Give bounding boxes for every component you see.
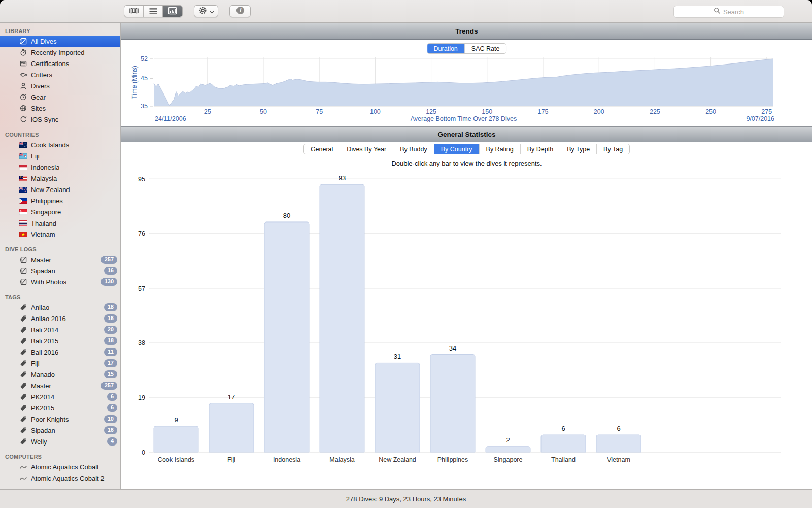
info-button[interactable]: i — [229, 5, 251, 17]
svg-text:19: 19 — [138, 394, 145, 401]
tab-by-rating[interactable]: By Rating — [480, 144, 521, 154]
sidebar-item-fiji[interactable]: Fiji17 — [0, 358, 120, 369]
sidebar-item-philippines[interactable]: Philippines — [0, 195, 120, 206]
sidebar-item-pk2015[interactable]: PK20156 — [0, 402, 120, 414]
bar-vietnam[interactable] — [596, 435, 641, 452]
sidebar-item-bali-2015[interactable]: Bali 201518 — [0, 335, 120, 346]
bar-value-thailand: 6 — [561, 425, 565, 432]
bar-new-zealand[interactable] — [375, 363, 420, 452]
item-label: Singapore — [31, 208, 61, 216]
sidebar: LIBRARYAll DivesRecently ImportedCertifi… — [0, 23, 121, 489]
sidebar-item-anilao[interactable]: Anilao18 — [0, 302, 120, 313]
tag-icon — [19, 359, 28, 367]
sidebar-item-divers[interactable]: Divers — [0, 80, 120, 91]
sidebar-item-master[interactable]: Master257 — [0, 380, 120, 391]
sidebar-item-atomic-aquatics-cobalt[interactable]: Atomic Aquatics Cobalt — [0, 461, 120, 472]
sidebar-item-cook-islands[interactable]: Cook Islands — [0, 139, 120, 150]
bar-category-new-zealand: New Zealand — [379, 456, 416, 463]
bar-thailand[interactable] — [541, 435, 586, 452]
thailand-flag-icon — [19, 219, 28, 227]
tab-general[interactable]: General — [304, 144, 340, 154]
count-badge: 6 — [107, 393, 117, 401]
bar-category-singapore: Singapore — [494, 456, 523, 463]
item-label: Bali 2016 — [31, 348, 58, 356]
tab-by-country[interactable]: By Country — [434, 144, 480, 154]
item-label: Fiji — [31, 152, 40, 160]
sidebar-item-master[interactable]: Master257 — [0, 254, 120, 265]
sidebar-item-vietnam[interactable]: Vietnam — [0, 229, 120, 240]
sidebar-item-sipadan[interactable]: Sipadan16 — [0, 425, 120, 436]
sidebar-item-atomic-aquatics-cobalt-2[interactable]: Atomic Aquatics Cobalt 2 — [0, 472, 120, 484]
sidebar-item-recently-imported[interactable]: Recently Imported — [0, 47, 120, 58]
bar-philippines[interactable] — [430, 355, 475, 453]
tab-by-type[interactable]: By Type — [560, 144, 597, 154]
tag-icon — [19, 415, 28, 423]
tab-by-tag[interactable]: By Tag — [597, 144, 629, 154]
bar-value-new-zealand: 31 — [394, 353, 401, 360]
item-label: Sipadan — [31, 427, 55, 434]
trend-area-chart: 354552Time (Mins)25507510012515017520022… — [121, 53, 812, 126]
sidebar-item-bali-2014[interactable]: Bali 201420 — [0, 324, 120, 335]
bar-indonesia[interactable] — [264, 222, 309, 452]
svg-text:100: 100 — [370, 108, 381, 115]
sidebar-item-gear[interactable]: Gear — [0, 91, 120, 103]
status-bar: 278 Dives: 9 Days, 23 Hours, 23 Minutes — [0, 489, 812, 508]
sidebar-item-sipadan[interactable]: Sipadan16 — [0, 265, 120, 276]
tag-icon — [19, 337, 28, 345]
card-icon — [19, 59, 28, 68]
tab-by-depth[interactable]: By Depth — [521, 144, 560, 154]
trend-y-axis-label: Time (Mins) — [131, 66, 138, 99]
trend-toggle-duration[interactable]: Duration — [427, 44, 465, 53]
bar-category-cook-islands: Cook Islands — [158, 456, 194, 463]
bar-category-malaysia: Malaysia — [329, 456, 354, 463]
tab-by-buddy[interactable]: By Buddy — [393, 144, 434, 154]
bar-value-cook-islands: 9 — [174, 416, 178, 424]
view-list-button[interactable] — [144, 6, 163, 17]
sidebar-item-bali-2016[interactable]: Bali 201611 — [0, 346, 120, 358]
sidebar-item-malaysia[interactable]: Malaysia — [0, 173, 120, 184]
tag-icon — [19, 348, 28, 356]
sidebar-item-manado[interactable]: Manado15 — [0, 369, 120, 380]
info-icon: i — [235, 6, 245, 17]
sidebar-item-welly[interactable]: Welly4 — [0, 436, 120, 447]
count-badge: 257 — [101, 382, 117, 390]
sidebar-item-new-zealand[interactable]: New Zealand — [0, 184, 120, 195]
sidebar-section-dive-logs: DIVE LOGS — [0, 245, 120, 254]
bar-malaysia[interactable] — [320, 184, 364, 452]
logbook-icon — [19, 278, 28, 286]
actions-menu-button[interactable] — [194, 5, 218, 17]
bar-fiji[interactable] — [209, 403, 254, 452]
item-label: iOS Sync — [31, 116, 58, 123]
search-input[interactable]: Search — [673, 6, 784, 18]
sidebar-item-ios-sync[interactable]: iOS Sync — [0, 114, 120, 125]
view-chart-button[interactable] — [163, 6, 182, 17]
svg-text:50: 50 — [260, 108, 267, 115]
sidebar-item-critters[interactable]: Critters — [0, 69, 120, 80]
sidebar-item-singapore[interactable]: Singapore — [0, 206, 120, 217]
sidebar-item-anilao-2016[interactable]: Anilao 201616 — [0, 313, 120, 324]
bar-singapore[interactable] — [486, 447, 530, 452]
malaysia-flag-icon — [19, 174, 28, 182]
trend-toggle-sac-rate[interactable]: SAC Rate — [465, 44, 506, 53]
sidebar-item-pk2014[interactable]: PK20146 — [0, 391, 120, 402]
sidebar-item-indonesia[interactable]: Indonesia — [0, 162, 120, 173]
wave-icon — [19, 463, 28, 471]
list-icon — [148, 6, 158, 17]
logbook-icon — [19, 37, 28, 45]
sidebar-item-fiji[interactable]: Fiji — [0, 150, 120, 162]
svg-text:95: 95 — [138, 176, 145, 183]
bar-cook-islands[interactable] — [154, 426, 198, 452]
sidebar-item-with-photos[interactable]: With Photos130 — [0, 276, 120, 288]
sidebar-item-all-dives[interactable]: All Dives — [0, 36, 120, 47]
sidebar-item-thailand[interactable]: Thailand — [0, 217, 120, 229]
coverflow-icon — [129, 6, 139, 17]
svg-text:125: 125 — [426, 108, 436, 115]
item-label: Anilao 2016 — [31, 315, 66, 323]
count-badge: 10 — [104, 415, 117, 423]
sidebar-item-certifications[interactable]: Certifications — [0, 58, 120, 69]
item-label: Master — [31, 382, 51, 390]
view-coverflow-button[interactable] — [124, 6, 144, 17]
tab-dives-by-year[interactable]: Dives By Year — [340, 144, 393, 154]
sidebar-item-poor-knights[interactable]: Poor Knights10 — [0, 414, 120, 425]
sidebar-item-sites[interactable]: Sites — [0, 103, 120, 114]
